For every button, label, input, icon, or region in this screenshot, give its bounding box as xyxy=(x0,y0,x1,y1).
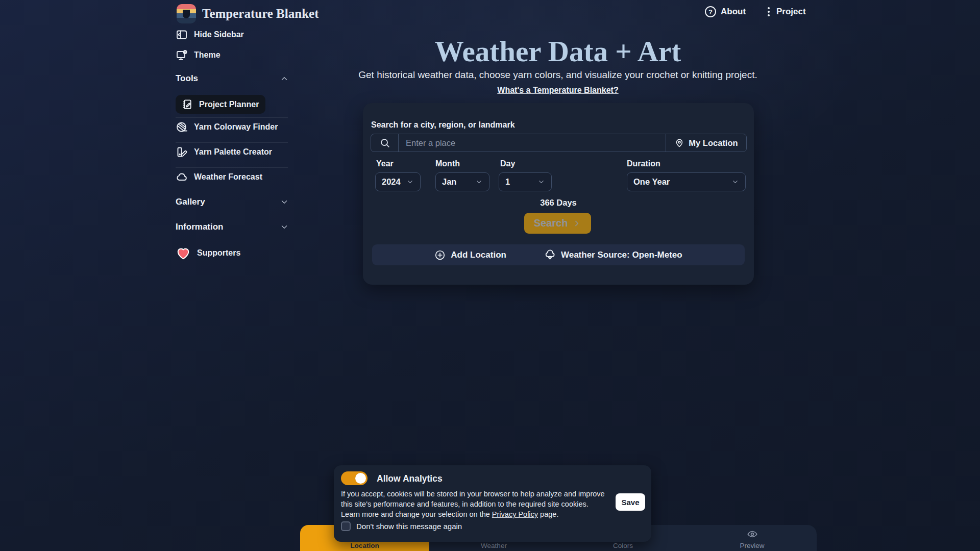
chevron-down-icon xyxy=(406,178,414,186)
app-title: Temperature Blanket xyxy=(202,7,318,21)
theme-label: Theme xyxy=(194,51,220,60)
theme-icon xyxy=(176,49,188,61)
circle-plus-icon xyxy=(434,249,446,261)
add-location-label: Add Location xyxy=(451,250,506,260)
save-button[interactable]: Save xyxy=(616,493,645,511)
cookie-message-text: If you accept, cookies will be stored in… xyxy=(341,490,605,518)
tab-label: Weather xyxy=(481,542,507,549)
my-location-label: My Location xyxy=(689,138,738,148)
whats-a-temperature-blanket-link-row: What's a Temperature Blanket? xyxy=(286,86,830,95)
yarn-ball-icon xyxy=(176,121,188,133)
panel-footer-bar: Add Location Weather Source: Open-Meteo xyxy=(372,244,745,265)
page-subtitle: Get historical weather data, choose yarn… xyxy=(286,69,830,81)
day-value: 1 xyxy=(505,177,510,187)
allow-analytics-toggle[interactable] xyxy=(341,471,368,485)
cloud-icon xyxy=(176,171,188,183)
sidebar-item-label: Yarn Palette Creator xyxy=(194,147,272,157)
dont-show-again-row[interactable]: Don't show this message again xyxy=(341,521,462,531)
days-count: 366 Days xyxy=(363,198,754,208)
brand: Temperature Blanket xyxy=(177,4,318,23)
duration-value: One Year xyxy=(633,177,670,187)
project-label: Project xyxy=(776,7,806,17)
place-search-input[interactable] xyxy=(399,134,666,152)
information-section-label: Information xyxy=(176,222,224,232)
sidebar-item-yarn-colorway-finder[interactable]: Yarn Colorway Finder xyxy=(176,121,289,133)
weather-source-label: Weather Source: Open-Meteo xyxy=(561,250,682,260)
sidebar-item-label: Weather Forecast xyxy=(194,172,262,182)
app-logo-icon xyxy=(177,4,196,23)
month-select[interactable]: Jan xyxy=(435,172,489,191)
question-icon: ? xyxy=(705,6,716,17)
my-location-button[interactable]: My Location xyxy=(666,134,746,152)
sidebar-item-yarn-palette-creator[interactable]: Yarn Palette Creator xyxy=(176,146,289,158)
weather-source-button[interactable]: Weather Source: Open-Meteo xyxy=(544,249,682,261)
tab-label: Location xyxy=(350,542,379,549)
palette-icon xyxy=(176,146,188,158)
supporters-label: Supporters xyxy=(197,248,240,258)
tab-label: Preview xyxy=(740,542,764,549)
heart-icon xyxy=(176,245,191,261)
hide-sidebar-button[interactable]: Hide Sidebar xyxy=(176,29,289,41)
theme-button[interactable]: Theme xyxy=(176,49,289,61)
tools-section-toggle[interactable]: Tools xyxy=(176,73,289,84)
app-root: Temperature Blanket ? About Project Hide… xyxy=(0,0,980,551)
year-select[interactable]: 2024 xyxy=(375,172,421,191)
page-title: Weather Data + Art xyxy=(286,35,830,68)
day-label: Day xyxy=(500,159,515,168)
toggle-knob xyxy=(355,473,366,484)
tools-section-label: Tools xyxy=(176,73,198,84)
dont-show-again-label: Don't show this message again xyxy=(356,522,462,531)
notebook-pencil-icon xyxy=(182,98,193,110)
search-button[interactable]: Search xyxy=(524,213,591,234)
information-section-toggle[interactable]: Information xyxy=(176,222,289,232)
chevron-down-icon xyxy=(537,178,545,186)
chevron-right-icon xyxy=(572,219,581,228)
divider xyxy=(176,117,288,118)
year-label: Year xyxy=(376,159,394,168)
privacy-policy-link[interactable]: Privacy Policy xyxy=(492,510,538,518)
search-panel-label: Search for a city, region, or landmark xyxy=(371,120,515,130)
cookie-message-text-after: page. xyxy=(538,510,558,518)
sidebar-item-project-planner[interactable]: Project Planner xyxy=(176,95,265,114)
sidebar-item-label: Project Planner xyxy=(199,100,259,109)
year-value: 2024 xyxy=(382,177,401,187)
project-menu-button[interactable]: Project xyxy=(766,6,806,17)
cookie-banner: Allow Analytics If you accept, cookies w… xyxy=(334,465,651,542)
place-search-row: My Location xyxy=(371,134,747,152)
divider xyxy=(176,167,288,168)
search-submit-cell[interactable] xyxy=(371,134,399,152)
cookie-message: If you accept, cookies will be stored in… xyxy=(341,489,606,519)
hide-sidebar-label: Hide Sidebar xyxy=(194,30,244,39)
tab-preview[interactable]: Preview xyxy=(688,525,817,551)
dont-show-again-checkbox[interactable] xyxy=(341,521,351,531)
sidebar-item-weather-forecast[interactable]: Weather Forecast xyxy=(176,171,289,183)
gallery-section-label: Gallery xyxy=(176,197,205,207)
chevron-down-icon xyxy=(280,197,289,207)
cloud-gear-icon xyxy=(544,249,556,261)
kebab-menu-icon xyxy=(766,6,772,17)
search-icon xyxy=(379,137,390,148)
duration-select[interactable]: One Year xyxy=(627,172,746,191)
month-value: Jan xyxy=(442,177,456,187)
about-button[interactable]: ? About xyxy=(705,6,746,17)
divider xyxy=(176,142,288,143)
whats-a-temperature-blanket-link[interactable]: What's a Temperature Blanket? xyxy=(497,86,618,94)
duration-label: Duration xyxy=(627,159,660,168)
chevron-down-icon xyxy=(731,178,739,186)
add-location-button[interactable]: Add Location xyxy=(434,249,506,261)
chevron-down-icon xyxy=(280,222,289,232)
eye-icon xyxy=(747,529,758,540)
sidebar-item-label: Yarn Colorway Finder xyxy=(194,122,278,132)
gallery-section-toggle[interactable]: Gallery xyxy=(176,197,289,207)
chevron-down-icon xyxy=(475,178,483,186)
month-label: Month xyxy=(435,159,460,168)
about-label: About xyxy=(721,7,746,17)
sidebar-item-supporters[interactable]: Supporters xyxy=(176,245,289,261)
map-pin-icon xyxy=(674,138,684,148)
allow-analytics-label: Allow Analytics xyxy=(377,473,443,484)
hide-sidebar-icon xyxy=(176,29,188,41)
day-select[interactable]: 1 xyxy=(499,172,552,191)
search-button-label: Search xyxy=(534,217,568,229)
tab-label: Colors xyxy=(613,542,633,549)
